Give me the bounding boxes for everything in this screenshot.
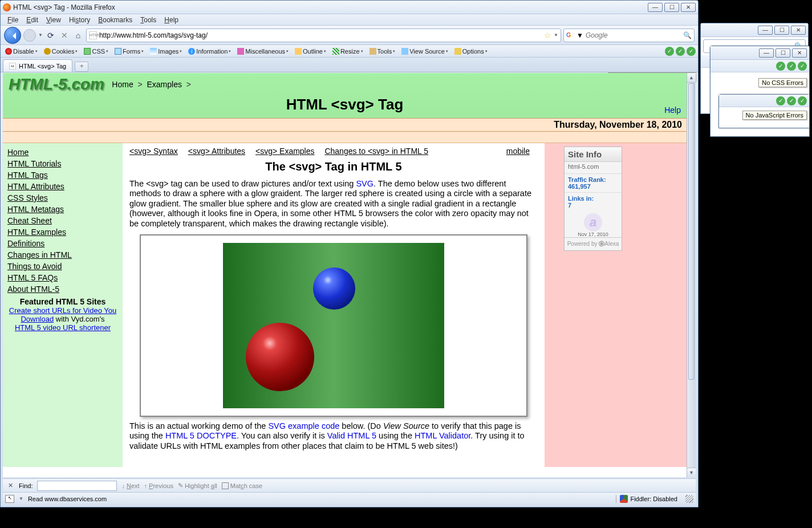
svg-demo — [223, 243, 444, 408]
search-engine-dropdown-icon[interactable]: ▼ — [576, 31, 583, 39]
lnav-item[interactable]: Definitions — [7, 239, 118, 248]
lnav-item[interactable]: About HTML-5 — [7, 285, 118, 294]
url-input[interactable] — [99, 31, 542, 39]
intro-paragraph: The <svg> tag can be used to draw pictur… — [129, 179, 538, 229]
close-button[interactable]: ✕ — [681, 3, 696, 12]
menu-bookmarks[interactable]: Bookmarks — [95, 15, 136, 25]
anchor-examples[interactable]: <svg> Examples — [255, 147, 315, 156]
status-check-icon[interactable]: ✓ — [787, 62, 796, 71]
menu-tools[interactable]: Tools — [137, 15, 160, 25]
site-identity-icon[interactable]: HTML — [89, 31, 97, 39]
wd-viewsource[interactable]: View Source▾ — [399, 47, 450, 55]
page-viewport[interactable]: HTML-5.com Home > Examples > HTML <svg> … — [3, 73, 687, 477]
new-tab-button[interactable]: + — [75, 62, 88, 72]
status-check-2-icon[interactable]: ✓ — [676, 47, 685, 56]
wd-css[interactable]: CSS▾ — [82, 47, 111, 55]
featured-title: Featured HTML 5 Sites — [7, 297, 118, 306]
minimize-button[interactable]: — — [758, 26, 773, 35]
close-button[interactable]: ✕ — [792, 48, 807, 58]
resize-grip-icon[interactable] — [685, 495, 693, 503]
wd-resize[interactable]: Resize▾ — [330, 47, 366, 55]
highlight-all-button[interactable]: ✎Highlight all — [178, 482, 217, 489]
status-check-3-icon[interactable]: ✓ — [687, 47, 696, 56]
lnav-item[interactable]: HTML Tutorials — [7, 159, 118, 168]
match-case-checkbox[interactable]: Match case — [222, 482, 262, 489]
alexa-date: Nov 17, 2010 — [565, 231, 622, 237]
back-button[interactable] — [4, 27, 21, 44]
minimize-button[interactable]: — — [648, 3, 663, 12]
wd-forms[interactable]: Forms▾ — [112, 47, 146, 55]
breadcrumb-home[interactable]: Home — [112, 80, 133, 89]
breadcrumb-examples[interactable]: Examples — [147, 80, 181, 89]
search-go-icon[interactable]: 🔍 — [683, 31, 692, 39]
lnav-item[interactable]: CSS Styles — [7, 193, 118, 202]
search-bar[interactable]: G ▼ 🔍 — [563, 29, 695, 42]
status-dd-icon[interactable]: ▼ — [19, 496, 23, 501]
vertical-scrollbar[interactable] — [687, 73, 696, 477]
wd-cookies[interactable]: Cookies▾ — [42, 47, 80, 55]
find-prev-button[interactable]: ↑Previous — [144, 482, 173, 489]
findbar-close-icon[interactable]: ✕ — [6, 482, 14, 490]
validator-link[interactable]: HTML Validator — [415, 431, 470, 440]
status-check-1-icon[interactable]: ✓ — [665, 47, 674, 56]
menu-edit[interactable]: Edit — [23, 15, 42, 25]
menu-view[interactable]: View — [43, 15, 64, 25]
wd-disable[interactable]: Disable▾ — [3, 47, 40, 55]
maximize-button[interactable]: ☐ — [774, 26, 789, 35]
scrollbar-thumb[interactable] — [688, 83, 695, 380]
anchor-syntax[interactable]: <svg> Syntax — [129, 147, 178, 156]
anchor-changes[interactable]: Changes to <svg> in HTML 5 — [324, 147, 428, 156]
wd-tools[interactable]: Tools▾ — [367, 47, 398, 55]
forward-button[interactable] — [23, 29, 36, 42]
element-select-icon[interactable]: ↖ — [5, 495, 14, 503]
svg-link[interactable]: SVG — [356, 179, 373, 188]
reload-button[interactable]: ⟳ — [45, 30, 56, 41]
status-check-icon[interactable]: ✓ — [776, 96, 785, 105]
bookmark-star-icon[interactable]: ☆ — [544, 31, 551, 40]
page-body: Home HTML Tutorials HTML Tags HTML Attri… — [3, 143, 687, 467]
history-dropdown-icon[interactable]: ▼ — [38, 33, 43, 38]
wd-outline[interactable]: Outline▾ — [293, 47, 328, 55]
url-bar[interactable]: HTML ☆ ▼ — [86, 29, 561, 42]
mobile-link[interactable]: mobile — [506, 147, 530, 156]
minimize-button[interactable]: — — [759, 48, 774, 58]
wd-options[interactable]: Options▾ — [452, 47, 490, 55]
help-link[interactable]: Help — [664, 105, 681, 115]
menu-help[interactable]: Help — [161, 15, 182, 25]
lnav-item[interactable]: HTML Tags — [7, 170, 118, 180]
status-check-icon[interactable]: ✓ — [798, 62, 807, 71]
wd-images[interactable]: Images▾ — [148, 47, 184, 55]
status-check-icon[interactable]: ✓ — [798, 96, 807, 105]
find-next-button[interactable]: ↓Next — [121, 482, 139, 489]
lnav-item[interactable]: HTML 5 FAQs — [7, 273, 118, 282]
lnav-item[interactable]: HTML Examples — [7, 228, 118, 237]
site-logo[interactable]: HTML-5.com — [9, 75, 104, 94]
lnav-item[interactable]: Cheat Sheet — [7, 216, 118, 225]
close-button[interactable]: ✕ — [791, 26, 806, 35]
find-input[interactable] — [37, 481, 117, 491]
wd-miscellaneous[interactable]: Miscellaneous▾ — [235, 47, 291, 55]
fiddler-status[interactable]: Fiddler: Disabled — [616, 495, 681, 503]
url-dropdown-icon[interactable]: ▼ — [554, 33, 558, 38]
lnav-item[interactable]: HTML Metatags — [7, 205, 118, 214]
maximize-button[interactable]: ☐ — [664, 3, 679, 12]
status-check-icon[interactable]: ✓ — [787, 96, 796, 105]
valid-html5-link[interactable]: Valid HTML 5 — [327, 431, 376, 440]
tab-active[interactable]: H HTML <svg> Tag — [3, 59, 72, 72]
anchor-attributes[interactable]: <svg> Attributes — [188, 147, 245, 156]
wd-information[interactable]: iInformation▾ — [186, 47, 233, 55]
menu-history[interactable]: History — [66, 15, 94, 25]
lnav-item[interactable]: Home — [7, 148, 118, 157]
status-check-icon[interactable]: ✓ — [776, 62, 785, 71]
lnav-item[interactable]: Things to Avoid — [7, 262, 118, 271]
home-button[interactable]: ⌂ — [72, 30, 84, 41]
maximize-button[interactable]: ☐ — [776, 48, 790, 58]
stop-button[interactable]: ✕ — [59, 30, 70, 41]
lnav-item[interactable]: Changes in HTML — [7, 250, 118, 259]
svg-example-link[interactable]: SVG example code — [268, 421, 339, 430]
search-input[interactable] — [586, 31, 681, 39]
featured-link-2[interactable]: HTML 5 video URL shortener — [15, 323, 111, 332]
menu-file[interactable]: File — [4, 15, 22, 25]
doctype-link[interactable]: HTML 5 DOCTYPE — [165, 431, 237, 440]
lnav-item[interactable]: HTML Attributes — [7, 182, 118, 191]
